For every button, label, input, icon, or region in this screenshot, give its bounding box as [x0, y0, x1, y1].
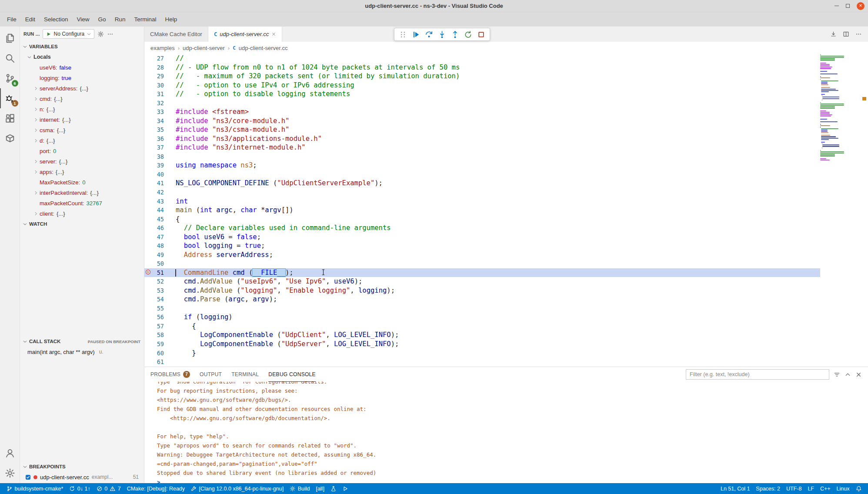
panel-tab-output[interactable]: OUTPUT [200, 367, 222, 382]
chevron-right-icon[interactable] [32, 107, 40, 112]
gutter-glyph[interactable] [144, 268, 154, 277]
console-filter-input[interactable] [686, 369, 829, 380]
debug-stop-icon[interactable] [477, 30, 485, 39]
gutter-glyph[interactable] [144, 117, 154, 126]
debug-step-out-icon[interactable] [451, 30, 459, 39]
status-item-build[interactable]: Build [287, 483, 313, 494]
variable-row[interactable]: n:{...} [20, 104, 144, 114]
status-item-spaces-2[interactable]: Spaces: 2 [753, 483, 783, 494]
menu-item-terminal[interactable]: Terminal [130, 12, 160, 27]
status-item-buildsystem-cmake[interactable]: buildsystem-cmake* [3, 483, 66, 494]
more-actions-icon[interactable] [855, 31, 862, 37]
chevron-up-icon[interactable] [845, 371, 851, 378]
gutter-glyph[interactable] [144, 179, 154, 188]
variable-row[interactable]: MaxPacketSize:0 [20, 177, 144, 187]
variable-row[interactable]: serverAddress:{...} [20, 83, 144, 93]
gutter-glyph[interactable] [144, 161, 154, 170]
gutter-glyph[interactable] [144, 197, 154, 206]
chevron-right-icon[interactable] [32, 159, 40, 164]
gear-icon[interactable] [97, 31, 104, 37]
chevron-right-icon[interactable] [32, 211, 40, 216]
breadcrumb-folder[interactable]: udp-client-server [183, 45, 225, 51]
minimize-button[interactable] [835, 6, 839, 6]
close-icon[interactable] [855, 371, 862, 378]
section-callstack[interactable]: CALL STACK PAUSED ON BREAKPOINT [20, 336, 144, 347]
variable-row[interactable]: internet:{...} [20, 114, 144, 125]
gutter-glyph[interactable] [144, 304, 154, 313]
code-editor[interactable]: 27//28// - UDP flow from n0 to n1 of 102… [144, 54, 868, 367]
status-item-flask[interactable] [327, 483, 340, 494]
chevron-right-icon[interactable] [32, 117, 40, 122]
gutter-glyph[interactable] [144, 99, 154, 108]
status-item-cmake-debug-ready[interactable]: CMake: [Debug]: Ready [124, 483, 188, 494]
section-breakpoints[interactable]: BREAKPOINTS [20, 461, 144, 472]
gutter-glyph[interactable] [144, 90, 154, 99]
panel-tab-debug-console[interactable]: DEBUG CONSOLE [268, 367, 316, 382]
status-item-c++[interactable]: C++ [817, 483, 834, 494]
debug-console-output[interactable]: Type "show configuration" for configurat… [144, 382, 868, 483]
gutter-glyph[interactable] [144, 188, 154, 197]
close-icon[interactable] [271, 32, 276, 37]
activitybar-cmake-tools[interactable] [0, 128, 20, 148]
gutter-glyph[interactable] [144, 125, 154, 134]
gutter-glyph[interactable] [144, 63, 154, 72]
close-window-button[interactable]: × [857, 2, 865, 10]
variable-row[interactable]: port:0 [20, 146, 144, 156]
variable-row[interactable]: logging:true [20, 73, 144, 83]
variable-row[interactable]: useV6:false [20, 62, 144, 73]
variable-row[interactable]: interPacketInterval:{...} [20, 187, 144, 198]
checkbox-checked-icon[interactable] [25, 474, 31, 480]
tab-cmake-cache-editor[interactable]: CMake Cache Editor [144, 27, 208, 42]
gutter-glyph[interactable] [144, 340, 154, 349]
debug-restart-icon[interactable] [464, 30, 472, 39]
filter-icon[interactable] [834, 371, 840, 378]
panel-tab-problems[interactable]: PROBLEMS7 [150, 367, 190, 382]
activitybar-accounts[interactable] [0, 443, 20, 463]
split-editor-icon[interactable] [843, 31, 849, 37]
gutter-glyph[interactable] [144, 134, 154, 144]
status-item-utf-8[interactable]: UTF-8 [783, 483, 805, 494]
status-item-linux[interactable]: Linux [834, 483, 853, 494]
status-item-ln-51-col-1[interactable]: Ln 51, Col 1 [718, 483, 753, 494]
gutter-glyph[interactable] [144, 330, 154, 340]
breakpoint-item[interactable]: udp-client-server.cc exampl... 51 [20, 472, 144, 483]
status-item-bell[interactable] [853, 483, 865, 494]
menu-item-help[interactable]: Help [160, 12, 181, 27]
breadcrumb-file[interactable]: udp-client-server.cc [239, 45, 288, 51]
variable-row[interactable]: csma:{...} [20, 125, 144, 135]
gutter-glyph[interactable] [144, 152, 154, 161]
gutter-glyph[interactable] [144, 313, 154, 322]
status-item-0-1[interactable]: 0↓ 1↑ [66, 483, 93, 494]
debug-continue-icon[interactable] [412, 30, 420, 39]
gutter-glyph[interactable] [144, 107, 154, 117]
debug-step-over-icon[interactable] [425, 30, 433, 39]
gutter-glyph[interactable] [144, 295, 154, 304]
chevron-right-icon[interactable] [32, 138, 40, 143]
gutter-glyph[interactable] [144, 233, 154, 242]
maximize-button[interactable] [846, 4, 850, 8]
status-item-lf[interactable]: LF [805, 483, 817, 494]
activitybar-source-control[interactable]: 6 [0, 68, 20, 88]
more-actions-icon[interactable] [107, 31, 114, 37]
minimap[interactable] [820, 54, 860, 367]
debug-step-into-icon[interactable] [438, 30, 446, 39]
section-watch[interactable]: WATCH [20, 219, 144, 229]
activitybar-search[interactable] [0, 48, 20, 68]
menu-item-run[interactable]: Run [110, 12, 130, 27]
scope-locals[interactable]: Locals [20, 52, 144, 62]
gutter-glyph[interactable] [144, 72, 154, 81]
gutter-glyph[interactable] [144, 259, 154, 268]
variable-row[interactable]: d:{...} [20, 135, 144, 146]
activitybar-explorer[interactable] [0, 28, 20, 48]
chevron-right-icon[interactable] [32, 170, 40, 174]
menu-item-file[interactable]: File [3, 12, 21, 27]
chevron-right-icon[interactable] [32, 97, 40, 101]
gutter-glyph[interactable] [144, 81, 154, 90]
variable-row[interactable]: server:{...} [20, 156, 144, 167]
menu-item-selection[interactable]: Selection [40, 12, 73, 27]
activitybar-run-and-debug[interactable]: 1 [0, 88, 20, 108]
status-item-all[interactable]: [all] [313, 483, 327, 494]
gutter-glyph[interactable] [144, 143, 154, 152]
chevron-right-icon[interactable] [32, 128, 40, 133]
section-variables[interactable]: VARIABLES [20, 41, 144, 52]
